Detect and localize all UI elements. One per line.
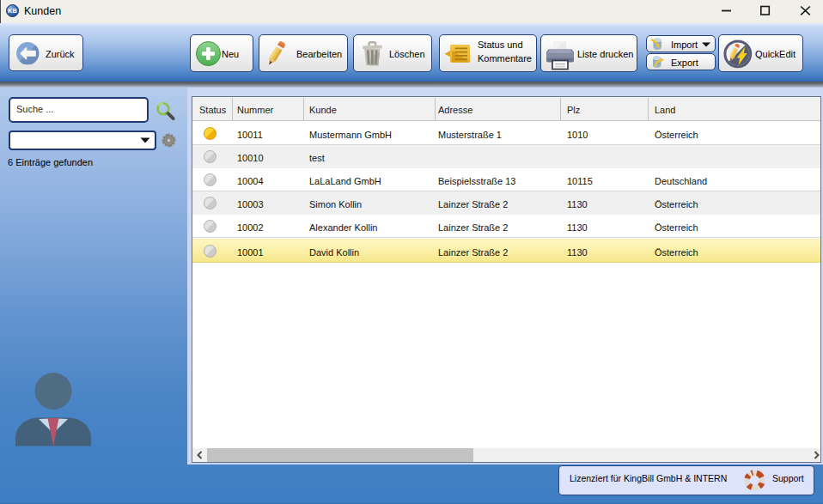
svg-text:KB: KB bbox=[8, 7, 17, 15]
